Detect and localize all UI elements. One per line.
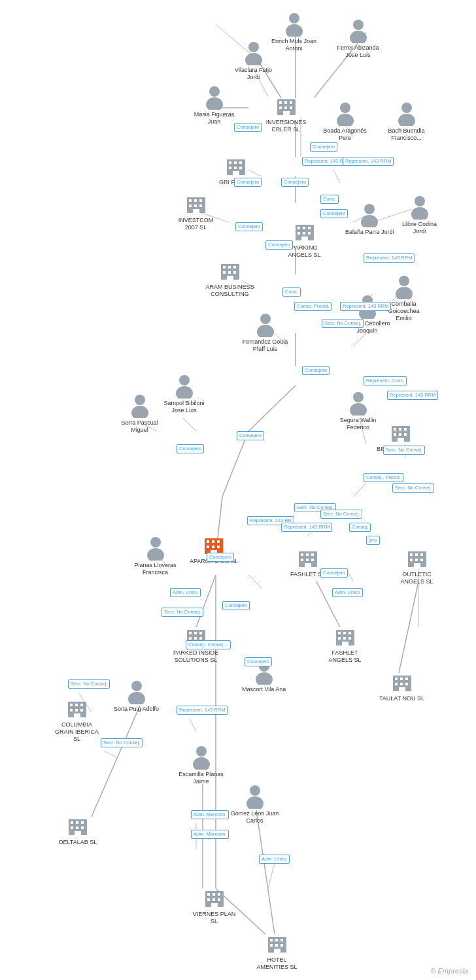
svg-rect-95: [301, 237, 308, 240]
svg-line-28: [333, 170, 340, 183]
svg-rect-199: [76, 826, 78, 829]
svg-point-116: [135, 395, 145, 405]
svg-point-137: [147, 548, 164, 561]
label-columbia_grain: COLUMBIA GRAIN IBERICA SL: [52, 721, 101, 742]
svg-point-163: [256, 672, 273, 685]
svg-line-13: [196, 575, 216, 627]
badge-6: Cons.: [320, 195, 339, 204]
label-parked_inside: PARKED INSIDE SOLUTIONS SL: [171, 649, 220, 664]
svg-rect-93: [303, 232, 305, 235]
svg-point-192: [250, 785, 260, 796]
label-outletic_angels: OUTLETIC ANGELS SL: [392, 571, 441, 585]
svg-point-119: [350, 403, 367, 416]
badge-21: Consej.. Presid.: [364, 473, 403, 482]
svg-rect-207: [212, 898, 215, 901]
svg-rect-106: [233, 271, 236, 274]
svg-point-55: [350, 31, 367, 43]
svg-line-11: [222, 431, 248, 497]
svg-rect-82: [194, 199, 197, 202]
label-ferrer_abizanda: Ferrer Abizanda Jose Luis: [333, 44, 382, 59]
badge-17: Represent. 143 RRM: [387, 391, 438, 400]
badge-42: Adm. Unico: [259, 855, 290, 864]
svg-point-69: [337, 114, 354, 126]
badge-16: Represent. Cons.: [364, 376, 407, 385]
svg-rect-126: [404, 433, 407, 436]
svg-line-51: [268, 862, 275, 889]
label-bach_buendia: Bach Buendia Francisco...: [382, 127, 431, 142]
label-segura_wallin: Segura Wallin Federico: [333, 417, 382, 431]
badge-8: Consejero: [235, 222, 263, 231]
svg-rect-73: [229, 161, 231, 164]
svg-rect-75: [239, 161, 242, 164]
svg-rect-168: [338, 637, 341, 640]
svg-rect-66: [290, 106, 292, 109]
svg-rect-216: [280, 944, 283, 947]
label-escamilla_planas: Escamilla Planas Jaime: [177, 771, 226, 785]
badge-33: Consej.. Consej....: [186, 640, 231, 649]
label-balaña_parra: Balaña Parra Jordi: [345, 229, 394, 236]
node-libre_codina: Llibre Codina Jordi: [395, 195, 444, 235]
node-serra_pascual: Serra Pascual Miguel: [115, 393, 164, 434]
svg-rect-153: [414, 563, 420, 567]
node-outletic_angels: OUTLETIC ANGELS SL: [392, 549, 441, 585]
svg-rect-61: [279, 101, 282, 104]
svg-rect-149: [420, 553, 423, 556]
svg-rect-103: [233, 266, 236, 269]
node-aram_business: ARAM BUSINESS CONSULTING: [205, 261, 254, 298]
svg-rect-123: [404, 428, 407, 431]
svg-rect-145: [305, 563, 311, 567]
label-masia_figueras: Masia Figueras Juan: [190, 111, 239, 125]
svg-rect-157: [199, 632, 202, 634]
svg-point-180: [131, 681, 142, 691]
svg-line-44: [248, 575, 262, 588]
svg-point-56: [248, 42, 259, 52]
svg-point-113: [257, 325, 274, 337]
label-hotel_amenities: HOTEL AMENITIES SL: [252, 956, 301, 971]
label-boada_aragones: Boada Aragonés Pere: [320, 127, 369, 142]
svg-rect-130: [212, 540, 214, 543]
svg-rect-208: [218, 898, 220, 901]
svg-rect-105: [228, 271, 231, 274]
badge-36: Consejero: [320, 568, 348, 578]
badge-0: Consejero: [234, 123, 262, 132]
label-viernes_plan: VIERNES PLAN SL: [190, 911, 239, 925]
node-vilaclara_fatjo: Vilaclara Fatjo Jordi: [229, 41, 278, 81]
svg-point-181: [128, 692, 145, 704]
svg-rect-148: [415, 553, 418, 556]
svg-rect-189: [74, 713, 80, 717]
svg-rect-133: [212, 546, 214, 548]
svg-point-52: [289, 13, 299, 24]
svg-rect-155: [189, 632, 192, 634]
badge-12: Conse. Presid.: [294, 302, 332, 311]
badge-29: Consejero: [207, 553, 234, 562]
svg-point-111: [396, 287, 413, 299]
node-gomez_leon: Gomez Leon Juan Carlos: [230, 784, 279, 825]
svg-point-71: [398, 114, 415, 126]
svg-rect-143: [306, 559, 309, 561]
svg-line-41: [353, 483, 366, 497]
svg-rect-170: [348, 637, 351, 640]
node-hotel_amenities: HOTEL AMENITIES SL: [252, 934, 301, 971]
svg-point-70: [401, 103, 412, 113]
svg-rect-217: [274, 949, 280, 953]
svg-point-53: [286, 24, 303, 37]
label-sampol_bibiloni: Sampol Bibiloni Jose Luis: [160, 400, 209, 414]
svg-rect-77: [234, 167, 237, 169]
badge-4: Consejero: [234, 178, 262, 187]
node-combalia_goicoechea: Combalia Goicoechea Emilio: [379, 274, 428, 321]
badge-5: Consejero: [281, 178, 309, 187]
label-taulat_nou: TAULAT NOU SL: [379, 695, 424, 702]
svg-rect-141: [311, 553, 314, 556]
svg-rect-78: [239, 167, 242, 169]
svg-rect-203: [207, 893, 210, 896]
node-deltalab: DELTALAB SL: [59, 817, 97, 846]
svg-rect-87: [193, 209, 199, 213]
svg-rect-94: [308, 232, 311, 235]
svg-rect-205: [218, 893, 220, 896]
svg-line-37: [183, 418, 196, 431]
label-fashlet_angels: FASHLET ANGELS SL: [320, 649, 369, 664]
svg-point-96: [364, 204, 375, 214]
svg-rect-85: [194, 204, 197, 207]
svg-point-118: [353, 392, 364, 402]
svg-rect-121: [394, 428, 396, 431]
